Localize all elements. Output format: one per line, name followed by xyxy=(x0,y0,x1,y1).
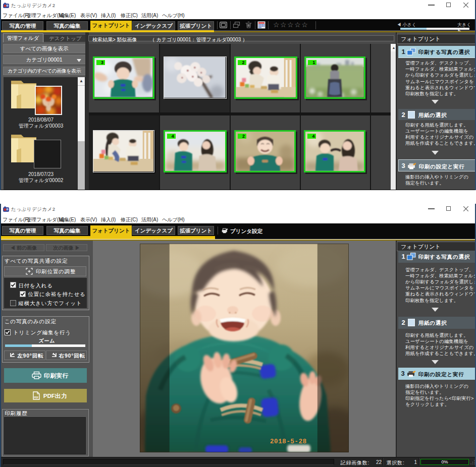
svg-text:2018-5-28: 2018-5-28 xyxy=(270,438,307,445)
svg-text:PDF: PDF xyxy=(34,396,38,398)
